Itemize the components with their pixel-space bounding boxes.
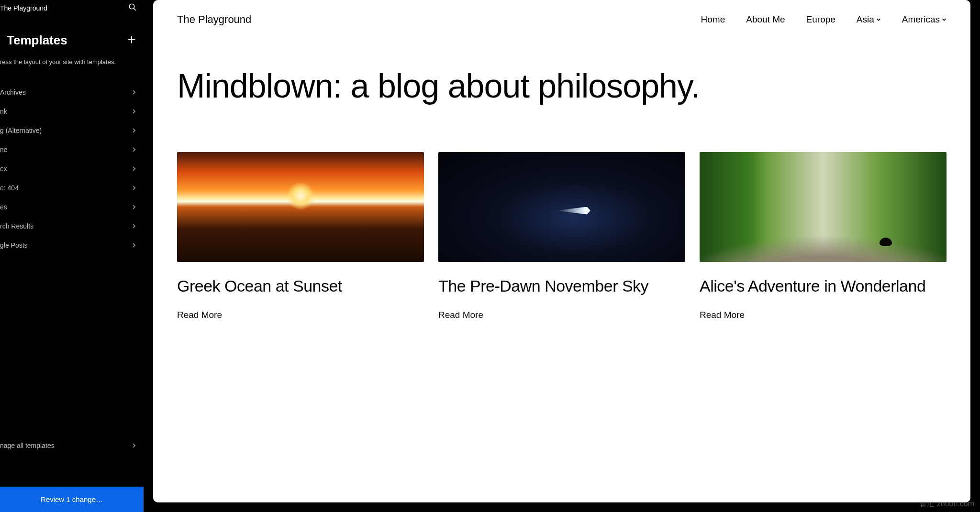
chevron-right-icon (131, 89, 137, 95)
nav-item[interactable]: About Me (746, 14, 785, 25)
editor-sidebar: The Playground Templates ress the layout… (0, 0, 144, 512)
template-item[interactable]: es (0, 197, 144, 217)
template-item-label: rch Results (0, 222, 33, 230)
sidebar-heading: Templates (7, 33, 67, 48)
template-item[interactable]: g (Alternative) (0, 121, 144, 140)
chevron-right-icon (131, 166, 137, 172)
site-name[interactable]: The Playground (177, 13, 251, 26)
post-title[interactable]: Alice's Adventure in Wonderland (700, 276, 947, 296)
template-list: Archivesnkg (Alternative)neexe: 404esrch… (0, 74, 144, 435)
chevron-right-icon (131, 147, 137, 153)
hero-title[interactable]: Mindblown: a blog about philosophy. (177, 69, 947, 104)
chevron-down-icon (876, 17, 881, 22)
nav-item[interactable]: Americas (902, 14, 947, 25)
chevron-right-icon (131, 204, 137, 210)
nav-item[interactable]: Asia (857, 14, 881, 25)
sidebar-heading-row: Templates (0, 16, 144, 52)
template-item-label: ex (0, 165, 7, 173)
add-template-icon[interactable] (126, 34, 137, 47)
primary-nav: HomeAbout MeEuropeAsiaAmericas (701, 14, 947, 25)
template-item[interactable]: ne (0, 140, 144, 159)
manage-all-templates[interactable]: nage all templates (0, 435, 144, 456)
sidebar-description: ress the layout of your site with templa… (0, 52, 144, 74)
post-title[interactable]: The Pre-Dawn November Sky (438, 276, 685, 296)
posts-grid: Greek Ocean at SunsetRead MoreThe Pre-Da… (153, 123, 970, 321)
site-header: The Playground HomeAbout MeEuropeAsiaAme… (153, 0, 970, 26)
read-more-link[interactable]: Read More (177, 310, 424, 320)
sidebar-site-title[interactable]: The Playground (0, 4, 47, 12)
template-item-label: Archives (0, 88, 26, 96)
template-item[interactable]: nk (0, 102, 144, 121)
template-item[interactable]: Archives (0, 83, 144, 102)
post-card: Alice's Adventure in WonderlandRead More (700, 152, 947, 321)
site-preview[interactable]: The Playground HomeAbout MeEuropeAsiaAme… (153, 0, 970, 502)
chevron-right-icon (131, 185, 137, 191)
sidebar-top-bar: The Playground (0, 0, 144, 16)
template-item[interactable]: rch Results (0, 217, 144, 236)
review-changes-button[interactable]: Review 1 change… (0, 487, 144, 512)
template-item[interactable]: ex (0, 159, 144, 178)
post-thumbnail[interactable] (700, 152, 947, 262)
chevron-down-icon (942, 17, 947, 22)
template-item[interactable]: e: 404 (0, 178, 144, 197)
template-item-label: nk (0, 108, 7, 115)
hero: Mindblown: a blog about philosophy. (153, 26, 970, 123)
preview-wrap: The Playground HomeAbout MeEuropeAsiaAme… (144, 0, 980, 512)
manage-all-label: nage all templates (0, 442, 55, 449)
post-thumbnail[interactable] (438, 152, 685, 262)
post-card: The Pre-Dawn November SkyRead More (438, 152, 685, 321)
chevron-right-icon (131, 128, 137, 133)
read-more-link[interactable]: Read More (700, 310, 947, 320)
chevron-right-icon (131, 109, 137, 114)
nav-item[interactable]: Europe (806, 14, 835, 25)
template-item[interactable]: gle Posts (0, 236, 144, 255)
chevron-right-icon (131, 443, 137, 448)
nav-item-label: Home (701, 14, 725, 25)
nav-item-label: Americas (902, 14, 940, 25)
post-thumbnail[interactable] (177, 152, 424, 262)
template-item-label: e: 404 (0, 184, 19, 192)
search-icon[interactable] (128, 3, 137, 13)
post-title[interactable]: Greek Ocean at Sunset (177, 276, 424, 296)
svg-line-1 (134, 8, 136, 11)
template-item-label: g (Alternative) (0, 127, 42, 134)
template-item-label: ne (0, 146, 8, 153)
post-card: Greek Ocean at SunsetRead More (177, 152, 424, 321)
nav-item-label: Asia (857, 14, 874, 25)
read-more-link[interactable]: Read More (438, 310, 685, 320)
template-item-label: es (0, 203, 7, 211)
svg-point-0 (129, 4, 134, 9)
chevron-right-icon (131, 223, 137, 229)
nav-item-label: About Me (746, 14, 785, 25)
nav-item-label: Europe (806, 14, 835, 25)
template-item-label: gle Posts (0, 241, 28, 249)
nav-item[interactable]: Home (701, 14, 725, 25)
chevron-right-icon (131, 242, 137, 248)
